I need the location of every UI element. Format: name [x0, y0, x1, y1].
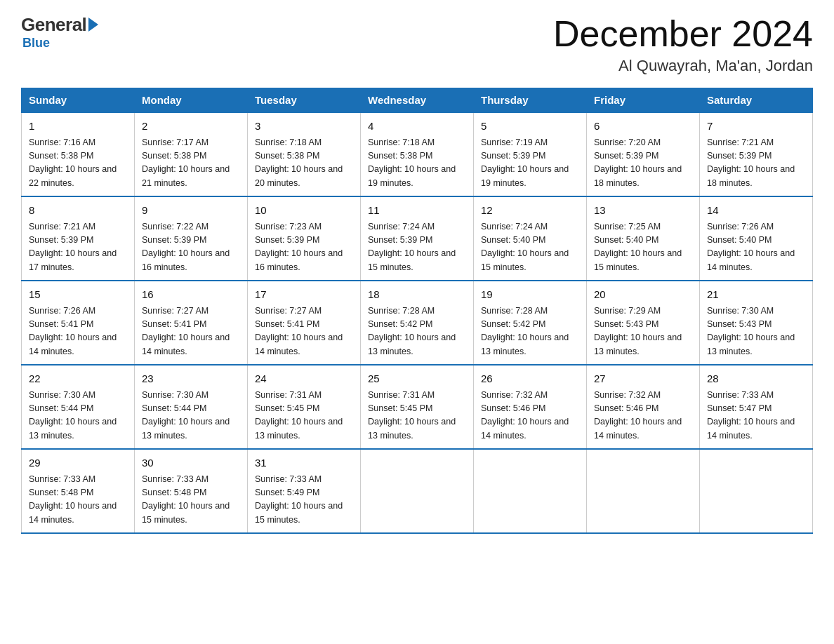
table-row: 22Sunrise: 7:30 AMSunset: 5:44 PMDayligh…: [22, 365, 135, 449]
day-info: Sunrise: 7:27 AMSunset: 5:41 PMDaylight:…: [142, 304, 240, 359]
table-row: 23Sunrise: 7:30 AMSunset: 5:44 PMDayligh…: [135, 365, 248, 449]
day-info: Sunrise: 7:25 AMSunset: 5:40 PMDaylight:…: [594, 220, 692, 275]
table-row: 20Sunrise: 7:29 AMSunset: 5:43 PMDayligh…: [587, 281, 700, 365]
day-info: Sunrise: 7:19 AMSunset: 5:39 PMDaylight:…: [481, 136, 579, 191]
day-info: Sunrise: 7:30 AMSunset: 5:43 PMDaylight:…: [707, 304, 805, 359]
table-row: 31Sunrise: 7:33 AMSunset: 5:49 PMDayligh…: [248, 449, 361, 533]
table-row: 6Sunrise: 7:20 AMSunset: 5:39 PMDaylight…: [587, 112, 700, 196]
day-number: 13: [594, 203, 692, 219]
column-header-saturday: Saturday: [700, 88, 813, 113]
table-row: 18Sunrise: 7:28 AMSunset: 5:42 PMDayligh…: [361, 281, 474, 365]
table-row: 27Sunrise: 7:32 AMSunset: 5:46 PMDayligh…: [587, 365, 700, 449]
day-info: Sunrise: 7:30 AMSunset: 5:44 PMDaylight:…: [29, 389, 127, 443]
day-info: Sunrise: 7:31 AMSunset: 5:45 PMDaylight:…: [368, 389, 466, 443]
column-header-tuesday: Tuesday: [248, 88, 361, 113]
page-subtitle: Al Quwayrah, Ma'an, Jordan: [553, 57, 813, 75]
table-row: 21Sunrise: 7:30 AMSunset: 5:43 PMDayligh…: [700, 281, 813, 365]
day-number: 21: [707, 287, 805, 303]
logo: General Blue: [21, 14, 98, 51]
table-row: 2Sunrise: 7:17 AMSunset: 5:38 PMDaylight…: [135, 112, 248, 196]
table-row: 15Sunrise: 7:26 AMSunset: 5:41 PMDayligh…: [22, 281, 135, 365]
logo-general-text: General: [21, 14, 86, 36]
table-row: 3Sunrise: 7:18 AMSunset: 5:38 PMDaylight…: [248, 112, 361, 196]
table-row: 28Sunrise: 7:33 AMSunset: 5:47 PMDayligh…: [700, 365, 813, 449]
day-number: 31: [255, 455, 353, 471]
day-number: 9: [142, 203, 240, 219]
table-row: [700, 449, 813, 533]
table-row: 5Sunrise: 7:19 AMSunset: 5:39 PMDaylight…: [474, 112, 587, 196]
day-number: 6: [594, 119, 692, 135]
column-header-wednesday: Wednesday: [361, 88, 474, 113]
day-number: 25: [368, 371, 466, 387]
table-row: 4Sunrise: 7:18 AMSunset: 5:38 PMDaylight…: [361, 112, 474, 196]
day-info: Sunrise: 7:33 AMSunset: 5:49 PMDaylight:…: [255, 473, 353, 528]
day-number: 23: [142, 371, 240, 387]
table-row: 26Sunrise: 7:32 AMSunset: 5:46 PMDayligh…: [474, 365, 587, 449]
column-header-monday: Monday: [135, 88, 248, 113]
table-row: 24Sunrise: 7:31 AMSunset: 5:45 PMDayligh…: [248, 365, 361, 449]
day-info: Sunrise: 7:26 AMSunset: 5:41 PMDaylight:…: [29, 304, 127, 359]
page-header: General Blue December 2024 Al Quwayrah, …: [21, 14, 813, 75]
day-number: 12: [481, 203, 579, 219]
day-info: Sunrise: 7:18 AMSunset: 5:38 PMDaylight:…: [368, 136, 466, 191]
day-info: Sunrise: 7:24 AMSunset: 5:40 PMDaylight:…: [481, 220, 579, 275]
table-row: 17Sunrise: 7:27 AMSunset: 5:41 PMDayligh…: [248, 281, 361, 365]
column-header-friday: Friday: [587, 88, 700, 113]
table-row: 14Sunrise: 7:26 AMSunset: 5:40 PMDayligh…: [700, 196, 813, 281]
day-info: Sunrise: 7:21 AMSunset: 5:39 PMDaylight:…: [707, 136, 805, 191]
day-info: Sunrise: 7:27 AMSunset: 5:41 PMDaylight:…: [255, 304, 353, 359]
logo-blue-text: Blue: [22, 36, 50, 51]
day-number: 19: [481, 287, 579, 303]
day-number: 28: [707, 371, 805, 387]
table-row: 9Sunrise: 7:22 AMSunset: 5:39 PMDaylight…: [135, 196, 248, 281]
day-info: Sunrise: 7:31 AMSunset: 5:45 PMDaylight:…: [255, 389, 353, 443]
table-row: [587, 449, 700, 533]
day-number: 18: [368, 287, 466, 303]
day-number: 17: [255, 287, 353, 303]
day-info: Sunrise: 7:23 AMSunset: 5:39 PMDaylight:…: [255, 220, 353, 275]
day-info: Sunrise: 7:22 AMSunset: 5:39 PMDaylight:…: [142, 220, 240, 275]
table-row: 13Sunrise: 7:25 AMSunset: 5:40 PMDayligh…: [587, 196, 700, 281]
column-header-thursday: Thursday: [474, 88, 587, 113]
day-number: 1: [29, 119, 127, 135]
calendar-week-row: 22Sunrise: 7:30 AMSunset: 5:44 PMDayligh…: [22, 365, 813, 449]
day-number: 30: [142, 455, 240, 471]
table-row: 12Sunrise: 7:24 AMSunset: 5:40 PMDayligh…: [474, 196, 587, 281]
table-row: 7Sunrise: 7:21 AMSunset: 5:39 PMDaylight…: [700, 112, 813, 196]
day-info: Sunrise: 7:32 AMSunset: 5:46 PMDaylight:…: [594, 389, 692, 443]
day-info: Sunrise: 7:24 AMSunset: 5:39 PMDaylight:…: [368, 220, 466, 275]
day-number: 4: [368, 119, 466, 135]
column-header-sunday: Sunday: [22, 88, 135, 113]
day-info: Sunrise: 7:17 AMSunset: 5:38 PMDaylight:…: [142, 136, 240, 191]
day-number: 22: [29, 371, 127, 387]
calendar-week-row: 15Sunrise: 7:26 AMSunset: 5:41 PMDayligh…: [22, 281, 813, 365]
calendar-week-row: 29Sunrise: 7:33 AMSunset: 5:48 PMDayligh…: [22, 449, 813, 533]
day-info: Sunrise: 7:28 AMSunset: 5:42 PMDaylight:…: [481, 304, 579, 359]
day-info: Sunrise: 7:20 AMSunset: 5:39 PMDaylight:…: [594, 136, 692, 191]
day-number: 14: [707, 203, 805, 219]
day-number: 29: [29, 455, 127, 471]
day-info: Sunrise: 7:33 AMSunset: 5:48 PMDaylight:…: [142, 473, 240, 528]
day-info: Sunrise: 7:21 AMSunset: 5:39 PMDaylight:…: [29, 220, 127, 275]
calendar-week-row: 8Sunrise: 7:21 AMSunset: 5:39 PMDaylight…: [22, 196, 813, 281]
day-number: 15: [29, 287, 127, 303]
day-number: 16: [142, 287, 240, 303]
day-info: Sunrise: 7:32 AMSunset: 5:46 PMDaylight:…: [481, 389, 579, 443]
title-area: December 2024 Al Quwayrah, Ma'an, Jordan: [553, 14, 813, 75]
day-number: 11: [368, 203, 466, 219]
calendar-header-row: SundayMondayTuesdayWednesdayThursdayFrid…: [22, 88, 813, 113]
day-number: 27: [594, 371, 692, 387]
table-row: 11Sunrise: 7:24 AMSunset: 5:39 PMDayligh…: [361, 196, 474, 281]
day-info: Sunrise: 7:30 AMSunset: 5:44 PMDaylight:…: [142, 389, 240, 443]
table-row: [474, 449, 587, 533]
day-number: 26: [481, 371, 579, 387]
table-row: [361, 449, 474, 533]
day-number: 3: [255, 119, 353, 135]
day-info: Sunrise: 7:29 AMSunset: 5:43 PMDaylight:…: [594, 304, 692, 359]
day-info: Sunrise: 7:33 AMSunset: 5:47 PMDaylight:…: [707, 389, 805, 443]
day-number: 10: [255, 203, 353, 219]
day-info: Sunrise: 7:33 AMSunset: 5:48 PMDaylight:…: [29, 473, 127, 528]
calendar-table: SundayMondayTuesdayWednesdayThursdayFrid…: [21, 88, 813, 534]
table-row: 30Sunrise: 7:33 AMSunset: 5:48 PMDayligh…: [135, 449, 248, 533]
logo-triangle-icon: [88, 18, 98, 32]
